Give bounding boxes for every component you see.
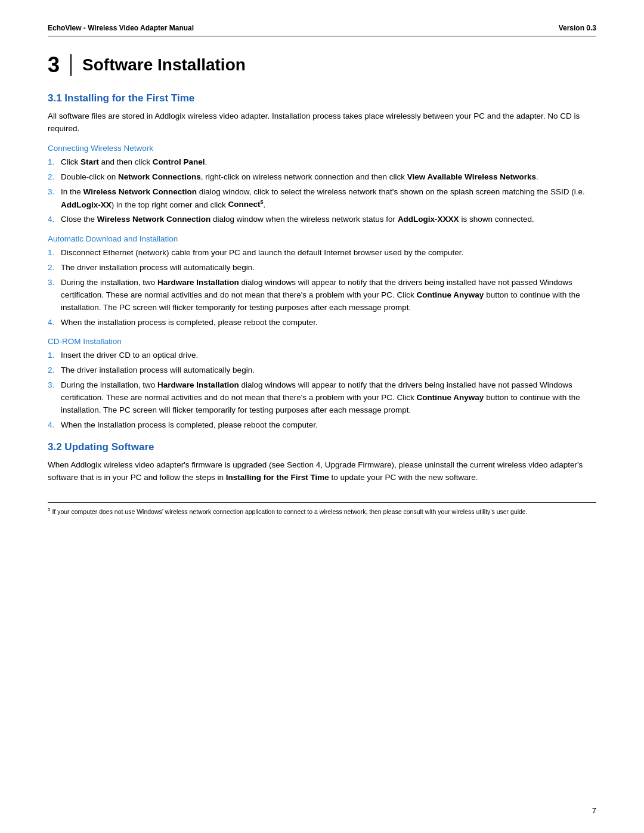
footnote: 5 If your computer does not use Windows’… — [48, 502, 596, 516]
page-header: EchoView - Wireless Video Adapter Manual… — [48, 24, 596, 36]
section-31: 3.1 Installing for the First Time All so… — [48, 92, 596, 432]
chapter-heading: 3 Software Installation — [48, 54, 596, 76]
header-left: EchoView - Wireless Video Adapter Manual — [48, 24, 194, 32]
list-item: 4. When the installation process is comp… — [48, 317, 596, 329]
chapter-title: Software Installation — [82, 55, 246, 75]
chapter-number: 3 — [48, 54, 72, 76]
list-item: 4. Close the Wireless Network Connection… — [48, 213, 596, 226]
list-item: 4. When the installation process is comp… — [48, 419, 596, 432]
list-item: 2. Double-click on Network Connections, … — [48, 171, 596, 184]
header-right: Version 0.3 — [559, 24, 596, 32]
list-item: 2. The driver installation process will … — [48, 262, 596, 274]
list-item: 1. Insert the driver CD to an optical dr… — [48, 349, 596, 362]
list-item: 3. In the Wireless Network Connection di… — [48, 186, 596, 211]
subsection-connecting-heading: Connecting Wireless Network — [48, 144, 596, 153]
list-item: 3. During the installation, two Hardware… — [48, 379, 596, 417]
list-item: 3. During the installation, two Hardware… — [48, 277, 596, 314]
connecting-list: 1. Click Start and then click Control Pa… — [48, 156, 596, 226]
subsection-connecting: Connecting Wireless Network 1. Click Sta… — [48, 144, 596, 226]
list-item: 2. The driver installation process will … — [48, 364, 596, 377]
subsection-cdrom-heading: CD-ROM Installation — [48, 337, 596, 346]
section-31-intro: All software files are stored in Addlogi… — [48, 110, 596, 135]
section-31-heading: 3.1 Installing for the First Time — [48, 92, 596, 104]
list-item: 1. Click Start and then click Control Pa… — [48, 156, 596, 169]
section-32-body: When Addlogix wireless video adapter's f… — [48, 459, 596, 484]
automatic-list: 1. Disconnect Ethernet (network) cable f… — [48, 247, 596, 329]
footnote-superscript: 5 — [48, 507, 50, 512]
list-item: 1. Disconnect Ethernet (network) cable f… — [48, 247, 596, 259]
page-number: 7 — [592, 806, 596, 815]
cdrom-list: 1. Insert the driver CD to an optical dr… — [48, 349, 596, 432]
subsection-automatic-heading: Automatic Download and Installation — [48, 234, 596, 243]
section-32: 3.2 Updating Software When Addlogix wire… — [48, 441, 596, 484]
footnote-text: 5 If your computer does not use Windows’… — [48, 506, 596, 516]
subsection-automatic: Automatic Download and Installation 1. D… — [48, 234, 596, 329]
section-32-heading: 3.2 Updating Software — [48, 441, 596, 453]
subsection-cdrom: CD-ROM Installation 1. Insert the driver… — [48, 337, 596, 432]
page: EchoView - Wireless Video Adapter Manual… — [0, 0, 644, 833]
